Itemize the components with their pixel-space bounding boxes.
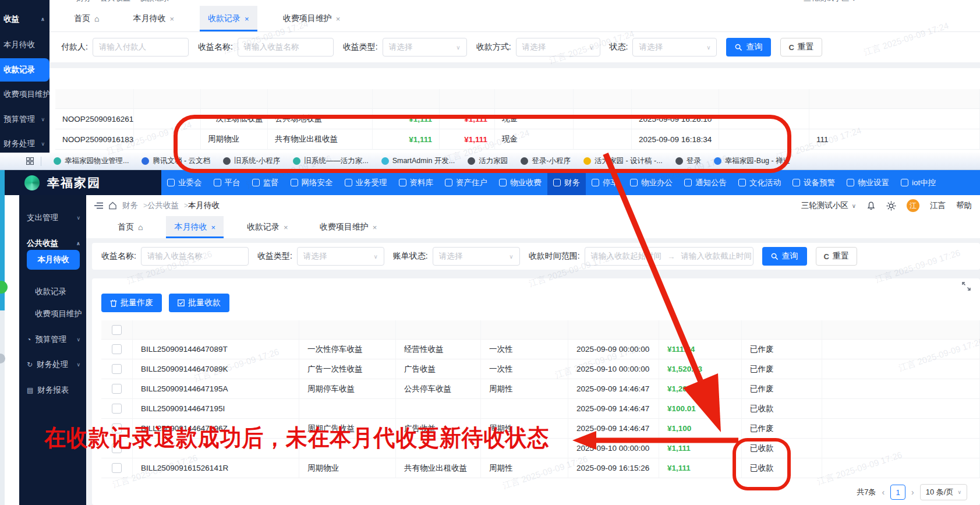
annotation-note: 在收款记录退款成功后，未在本月代收更新待收状态: [44, 422, 550, 454]
annotation-circle-status: [733, 438, 791, 490]
annotation-rect-top: [174, 115, 791, 173]
screen: 收益 ∧ 本月待收 收款记录 收费项目维护 预算管理 ∨ 财务处理 ∨: [0, 0, 980, 505]
